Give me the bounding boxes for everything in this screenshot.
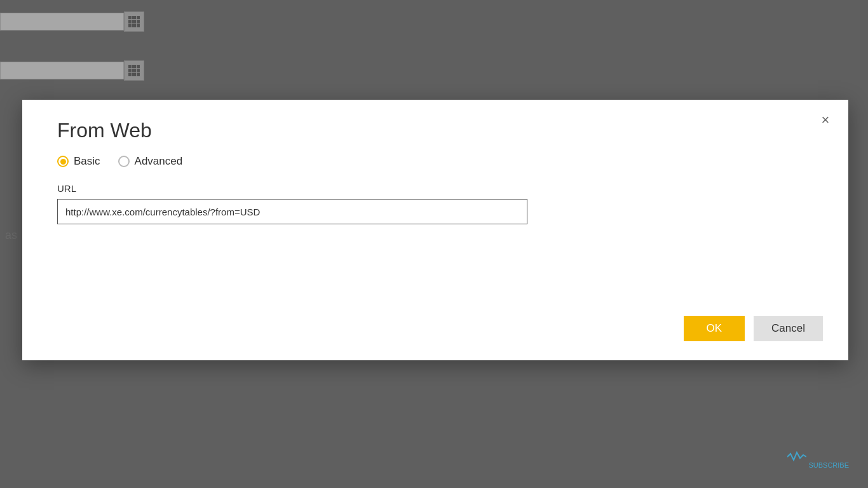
watermark-icon bbox=[787, 447, 806, 466]
from-web-dialog: × From Web Basic Advanced URL OK Cancel bbox=[22, 100, 848, 360]
radio-basic-circle bbox=[57, 156, 69, 167]
watermark-text: SUBSCRIBE bbox=[808, 461, 849, 469]
watermark: SUBSCRIBE bbox=[787, 447, 849, 469]
ok-button[interactable]: OK bbox=[684, 316, 745, 341]
dialog-title: From Web bbox=[22, 100, 848, 155]
radio-advanced-circle bbox=[118, 156, 130, 167]
radio-basic[interactable]: Basic bbox=[57, 155, 100, 168]
cancel-button[interactable]: Cancel bbox=[754, 316, 823, 341]
radio-advanced[interactable]: Advanced bbox=[118, 155, 183, 168]
dialog-body: Basic Advanced URL bbox=[22, 155, 848, 224]
radio-basic-label: Basic bbox=[74, 155, 100, 168]
radio-advanced-label: Advanced bbox=[135, 155, 183, 168]
close-button[interactable]: × bbox=[817, 111, 834, 129]
url-label: URL bbox=[57, 183, 823, 194]
url-input[interactable] bbox=[57, 199, 527, 224]
radio-group: Basic Advanced bbox=[57, 155, 823, 168]
url-input-wrapper bbox=[57, 199, 527, 224]
dialog-footer: OK Cancel bbox=[684, 316, 823, 341]
